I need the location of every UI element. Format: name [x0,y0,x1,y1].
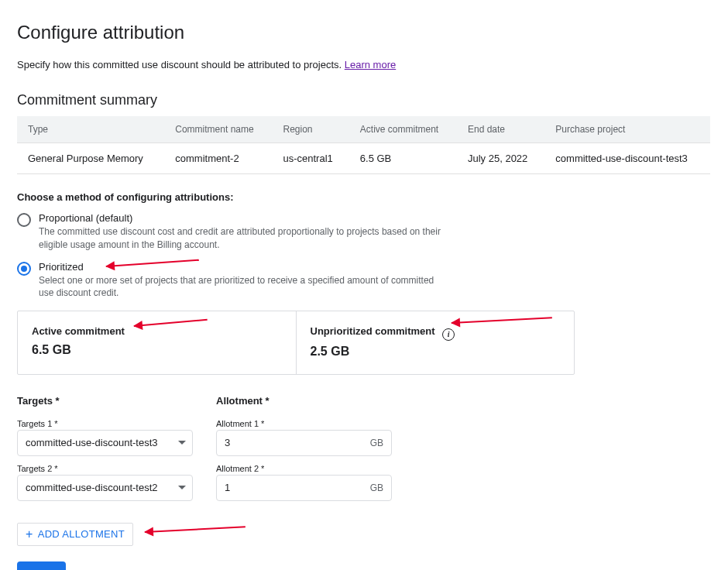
cell-type: General Purpose Memory [17,143,164,174]
annotation-arrow-icon [451,317,551,324]
annotation-arrow-icon [134,319,208,327]
col-commitment-name: Commitment name [164,116,272,143]
allotment-2-label: Allotment 2 * [216,464,392,473]
allotment-header: Allotment * [216,395,392,407]
allotment-1-value: 3 [225,437,230,448]
radio-icon-selected [17,262,31,276]
allotment-2-input[interactable]: 1 GB [216,475,392,501]
commitment-summary-heading: Commitment summary [17,92,711,108]
col-type: Type [17,116,164,143]
table-row: General Purpose Memory commitment-2 us-c… [17,143,710,174]
radio-icon [17,213,31,227]
subtitle-text: Specify how this committed use discount … [17,59,342,70]
radio-prioritized[interactable]: Prioritized Select one or more set of pr… [17,261,711,300]
active-commitment-label: Active commitment [32,325,125,337]
cell-region: us-central1 [272,143,349,174]
targets-header: Targets * [17,395,193,407]
radio-proportional[interactable]: Proportional (default) The committed use… [17,212,711,252]
chevron-down-icon [178,486,186,489]
active-commitment-value: 6.5 GB [32,343,282,357]
cell-commitment-name: commitment-2 [164,143,272,174]
targets-column: Targets * Targets 1 * committed-use-disc… [17,395,193,509]
save-button[interactable]: SAVE [17,561,66,570]
col-active-commitment: Active commitment [349,116,457,143]
cell-purchase-project: committed-use-discount-test3 [544,143,710,174]
annotation-arrow-icon [145,526,246,533]
targets-1-select[interactable]: committed-use-discount-test3 [17,430,193,456]
col-region: Region [272,116,349,143]
plus-icon: + [26,528,33,541]
page-title: Configure attribution [17,22,711,43]
targets-1-value: committed-use-discount-test3 [26,437,158,448]
unit-label: GB [370,438,383,448]
targets-2-select[interactable]: committed-use-discount-test2 [17,475,193,501]
radio-proportional-title: Proportional (default) [39,212,441,224]
method-label: Choose a method of configuring attributi… [17,191,711,203]
unit-label: GB [370,482,383,493]
commitment-summary-table: Type Commitment name Region Active commi… [17,116,710,174]
learn-more-link[interactable]: Learn more [345,59,396,70]
info-icon[interactable]: i [442,328,455,341]
unprioritized-commitment-box: Unprioritized commitment i 2.5 GB [296,311,575,374]
cell-active-commitment: 6.5 GB [349,143,457,174]
allotment-1-label: Allotment 1 * [216,419,392,428]
commitment-boxes: Active commitment 6.5 GB Unprioritized c… [17,311,575,375]
unprioritized-commitment-label: Unprioritized commitment [311,325,435,337]
active-commitment-box: Active commitment 6.5 GB [18,311,296,374]
radio-prioritized-title: Prioritized [39,261,441,273]
radio-proportional-desc: The committed use discount cost and cred… [39,225,441,252]
allotment-column: Allotment * Allotment 1 * 3 GB Allotment… [216,395,392,509]
cell-end-date: July 25, 2022 [457,143,544,174]
radio-prioritized-desc: Select one or more set of projects that … [39,274,441,300]
allotment-2-value: 1 [225,482,230,493]
chevron-down-icon [178,441,186,445]
allotment-1-input[interactable]: 3 GB [216,430,392,456]
col-purchase-project: Purchase project [544,116,710,143]
add-allotment-button[interactable]: + ADD ALLOTMENT [17,523,133,546]
col-end-date: End date [457,116,544,143]
page-subtitle: Specify how this committed use discount … [17,59,711,70]
targets-1-label: Targets 1 * [17,419,193,428]
targets-2-label: Targets 2 * [17,464,193,473]
add-allotment-label: ADD ALLOTMENT [38,528,125,540]
targets-2-value: committed-use-discount-test2 [26,482,158,493]
unprioritized-commitment-value: 2.5 GB [311,345,561,359]
